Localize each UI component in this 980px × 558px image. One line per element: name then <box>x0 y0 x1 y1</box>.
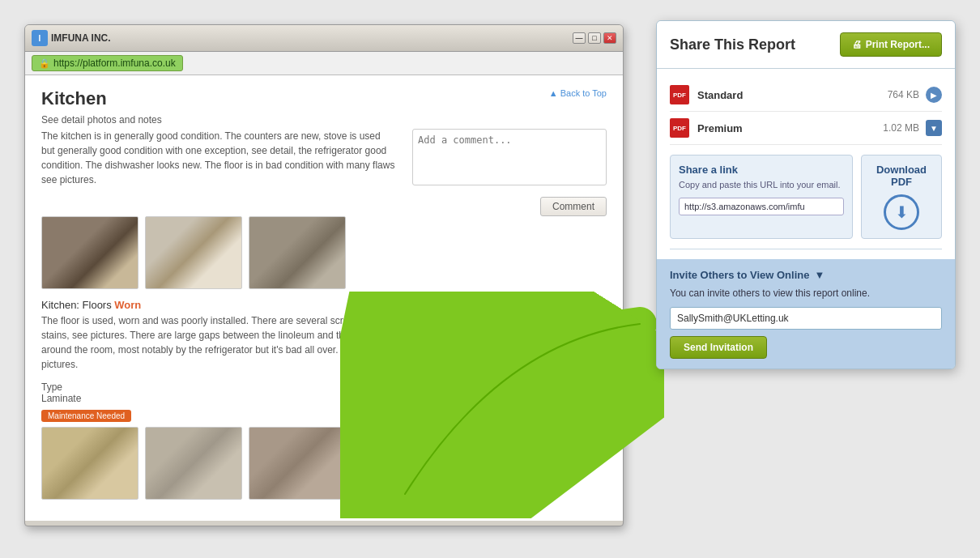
kitchen-photo-2 <box>145 216 242 289</box>
invite-email-input[interactable] <box>670 307 942 330</box>
browser-addressbar: 🔒 https://platform.imfuna.co.uk <box>25 52 623 75</box>
browser-window: I IMFUNA INC. — □ ✕ 🔒 https://platform.i… <box>24 24 624 526</box>
lock-icon: 🔒 <box>39 58 50 69</box>
standard-report-arrow[interactable]: ▶ <box>926 87 942 103</box>
invite-section: Invite Others to View Online ▼ You can i… <box>657 259 955 368</box>
premium-report-name: Premium <box>697 122 883 134</box>
standard-report-size: 764 KB <box>888 89 919 100</box>
share-url-input[interactable] <box>679 198 844 215</box>
invite-header: Invite Others to View Online ▼ <box>670 269 942 281</box>
floor-label: Kitchen: Floors Worn <box>41 299 607 311</box>
download-pdf-title: Download PDF <box>870 164 933 188</box>
comment-input-2[interactable] <box>412 313 607 370</box>
floor-photos-row <box>41 427 607 500</box>
type-label: Type <box>41 381 607 393</box>
print-label: Print Report... <box>866 39 930 50</box>
logo-icon: I <box>32 30 48 46</box>
pdf-icon-premium: PDF <box>670 118 689 138</box>
send-invitation-button[interactable]: Send Invitation <box>670 336 767 359</box>
kitchen-photo-1 <box>41 216 138 289</box>
floor-photo-3 <box>249 427 346 500</box>
kitchen-photos-row <box>41 216 607 289</box>
print-report-button[interactable]: 🖨 Print Report... <box>840 32 942 57</box>
download-pdf-box[interactable]: Download PDF ⬇ <box>861 155 942 239</box>
comment-button-1[interactable]: Comment <box>540 197 607 216</box>
maintenance-badge: Maintenance Needed <box>41 410 131 422</box>
page-subtitle: See detail photos and notes <box>41 114 607 126</box>
print-icon: 🖨 <box>852 39 862 50</box>
standard-report-name: Standard <box>697 89 888 101</box>
share-link-section: Share a link Copy and paste this URL int… <box>670 155 942 249</box>
report-row-premium: PDF Premium 1.02 MB ▼ <box>670 112 942 145</box>
minimize-button[interactable]: — <box>573 32 586 44</box>
floor-photo-1 <box>41 427 138 500</box>
invite-description: You can invite others to view this repor… <box>670 288 942 299</box>
share-link-desc: Copy and paste this URL into your email. <box>679 179 844 191</box>
download-icon: ⬇ <box>884 194 919 230</box>
invite-title: Invite Others to View Online <box>670 269 809 281</box>
maximize-button[interactable]: □ <box>588 32 601 44</box>
premium-report-dropdown[interactable]: ▼ <box>926 120 942 136</box>
kitchen-photo-3 <box>249 216 346 289</box>
back-to-top-link[interactable]: ▲ Back to Top <box>549 88 607 98</box>
share-panel: Share This Report 🖨 Print Report... PDF … <box>656 20 956 369</box>
pdf-icon-standard: PDF <box>670 85 689 104</box>
browser-title: IMFUNA INC. <box>51 32 111 44</box>
comment-input-1[interactable] <box>412 129 607 185</box>
share-header: Share This Report 🖨 Print Report... <box>657 21 955 69</box>
floor-photo-2 <box>145 427 242 500</box>
page-title: Kitchen <box>41 88 607 109</box>
laminate-label: Laminate <box>41 393 607 404</box>
share-link-box: Share a link Copy and paste this URL int… <box>670 155 853 239</box>
worn-badge: Worn <box>114 299 141 311</box>
share-body: PDF Standard 764 KB ▶ PDF Premium 1.02 M… <box>657 69 955 259</box>
share-link-title: Share a link <box>679 164 844 176</box>
address-bar[interactable]: 🔒 https://platform.imfuna.co.uk <box>32 55 183 71</box>
browser-logo: I IMFUNA INC. <box>32 30 111 46</box>
url-text: https://platform.imfuna.co.uk <box>53 58 176 69</box>
browser-controls: — □ ✕ <box>573 32 616 44</box>
browser-titlebar: I IMFUNA INC. — □ ✕ <box>25 25 623 52</box>
browser-content: ▲ Back to Top Kitchen See detail photos … <box>25 75 623 521</box>
share-title: Share This Report <box>670 36 795 53</box>
close-button[interactable]: ✕ <box>603 32 616 44</box>
invite-dropdown-icon[interactable]: ▼ <box>814 269 824 281</box>
report-row-standard: PDF Standard 764 KB ▶ <box>670 79 942 112</box>
premium-report-size: 1.02 MB <box>883 122 919 134</box>
